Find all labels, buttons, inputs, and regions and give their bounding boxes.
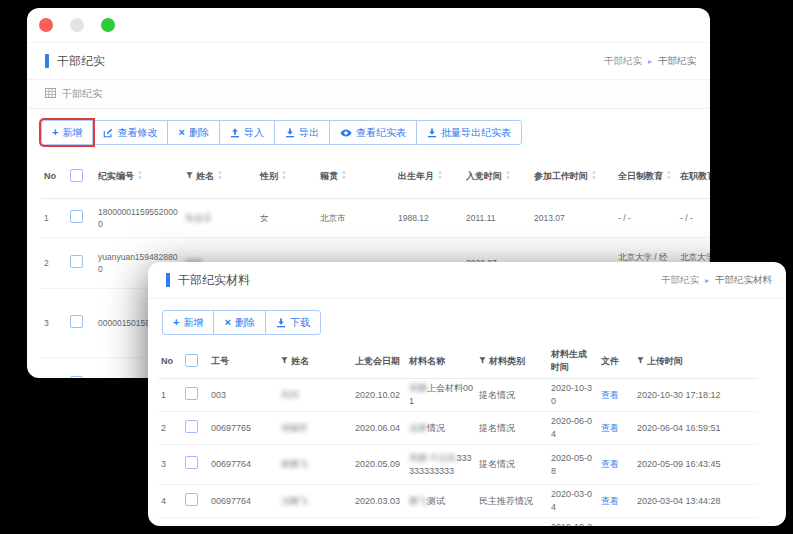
table-cell: 北京市 [317,199,395,238]
sort-icon[interactable] [136,170,143,182]
cell-name: 陈发语 [183,199,257,238]
column-header-content: 材料生成时间 [551,348,595,374]
select-all-checkbox[interactable] [70,169,83,182]
sort-icon[interactable] [504,170,511,182]
sort-icon[interactable] [340,170,347,182]
import-button[interactable]: 导入 [219,120,275,145]
column-header-content: 上传时间 [637,355,683,368]
column-header-content: 出生年月 [398,170,443,183]
view-file-link[interactable]: 查看 [601,390,619,400]
download-button[interactable]: 下载 [265,310,321,335]
column-header[interactable]: 纪实编号 [95,154,183,199]
table-row: 300697764褚鹏飞2020.05.09周鹏 不忘初333333333333… [158,445,758,485]
minimize-button[interactable] [70,18,84,32]
breadcrumb-separator-icon: ▸ [648,57,652,66]
sort-icon[interactable] [590,170,597,182]
column-header: No [41,154,67,199]
filter-icon[interactable] [186,171,193,181]
row-checkbox[interactable] [185,387,198,400]
cell-checkbox [67,238,95,289]
column-label: 文件 [601,355,619,368]
row-checkbox[interactable] [70,255,83,268]
column-header-content: 姓名 [186,170,223,183]
button-label: 导出 [299,126,319,140]
column-label: 上传时间 [647,355,683,368]
delete-button[interactable]: ×删除 [213,310,265,335]
breadcrumb-item[interactable]: 干部纪实材料 [715,274,772,287]
breadcrumb-item[interactable]: 干部纪实 [658,55,696,68]
cell-material-category: 提名情况 [476,518,548,526]
cell-name: 丙丙 [278,379,352,412]
row-checkbox[interactable] [185,420,198,433]
column-label: 出生年月 [398,170,434,183]
column-header[interactable]: 性别 [257,154,317,199]
table-cell: 1988.12 [395,199,463,238]
column-header[interactable]: 籍贯 [317,154,395,199]
sort-icon[interactable] [216,170,223,182]
page-title: 干部纪实材料 [166,272,250,289]
filter-icon[interactable] [281,356,288,366]
view-edit-button[interactable]: 查看修改 [92,120,168,145]
title-accent-bar [166,273,170,287]
x-icon: × [178,127,184,138]
cell-material-name: 鹏飞测试 [406,485,476,518]
column-header[interactable]: 上传时间 [634,344,758,379]
button-label: 新增 [183,316,203,330]
delete-button[interactable]: ×删除 [167,120,219,145]
toolbar: +新增×删除下载 [148,299,786,342]
breadcrumb-item[interactable]: 干部纪实 [661,274,699,287]
view-file-link[interactable]: 查看 [601,423,619,433]
filter-icon[interactable] [637,356,644,366]
zoom-button[interactable] [101,18,115,32]
title-accent-bar [45,54,49,68]
cell-meeting-date: 2019.10.30 [352,518,406,526]
download-icon [285,128,295,138]
cell-generated-date: 2020-06-04 [548,412,598,445]
breadcrumb: 干部纪实▸干部纪实材料 [661,274,772,287]
row-checkbox[interactable] [70,315,83,328]
add-button[interactable]: +新增 [162,310,214,335]
table-row: 200697765胡啸弈2020.06.04温馨情况提名情况2020-06-04… [158,412,758,445]
column-header-content: 在职教育 [680,170,710,183]
filter-icon[interactable] [479,356,486,366]
column-header: No [158,344,182,379]
export-button[interactable]: 导出 [274,120,330,145]
sort-icon[interactable] [436,170,443,182]
close-button[interactable] [39,18,53,32]
add-button[interactable]: +新增 [41,120,93,145]
row-checkbox[interactable] [70,210,83,223]
sort-icon[interactable] [280,170,287,182]
view-file-link[interactable]: 查看 [601,459,619,469]
column-label: 入党时间 [466,170,502,183]
column-header[interactable]: 材料类别 [476,344,548,379]
view-file-link[interactable]: 查看 [601,496,619,506]
view-record-table-button[interactable]: 查看纪实表 [329,120,417,145]
column-header-content: 工号 [211,355,229,368]
column-header-content: 性别 [260,170,287,183]
column-header[interactable]: 参加工作时间 [531,154,615,199]
column-header[interactable]: 姓名 [183,154,257,199]
column-header[interactable]: 全日制教育 [615,154,677,199]
column-header[interactable]: 姓名 [278,344,352,379]
cell-generated-date: 2020-03-04 [548,485,598,518]
censored-text: 陈发语 [186,213,212,223]
column-header[interactable]: 入党时间 [463,154,531,199]
row-checkbox[interactable] [185,456,198,469]
column-label: No [44,171,56,181]
column-label: 姓名 [196,170,214,183]
row-checkbox[interactable] [185,493,198,506]
breadcrumb: 干部纪实▸干部纪实 [604,55,696,68]
column-header-content: 上党会日期 [355,355,400,368]
select-all-checkbox[interactable] [185,354,198,367]
cell-meeting-date: 2020.06.04 [352,412,406,445]
column-header[interactable]: 出生年月 [395,154,463,199]
sort-icon[interactable] [665,170,672,182]
breadcrumb-item[interactable]: 干部纪实 [604,55,642,68]
column-label: 工号 [211,355,229,368]
cell-name: 胡啸弈 [278,412,352,445]
cell-name: 汤鹏飞 [278,485,352,518]
table-cell: - / - [677,199,710,238]
column-header [67,154,95,199]
batch-export-record-table-button[interactable]: 批量导出纪实表 [416,120,522,145]
row-checkbox[interactable] [70,376,83,378]
